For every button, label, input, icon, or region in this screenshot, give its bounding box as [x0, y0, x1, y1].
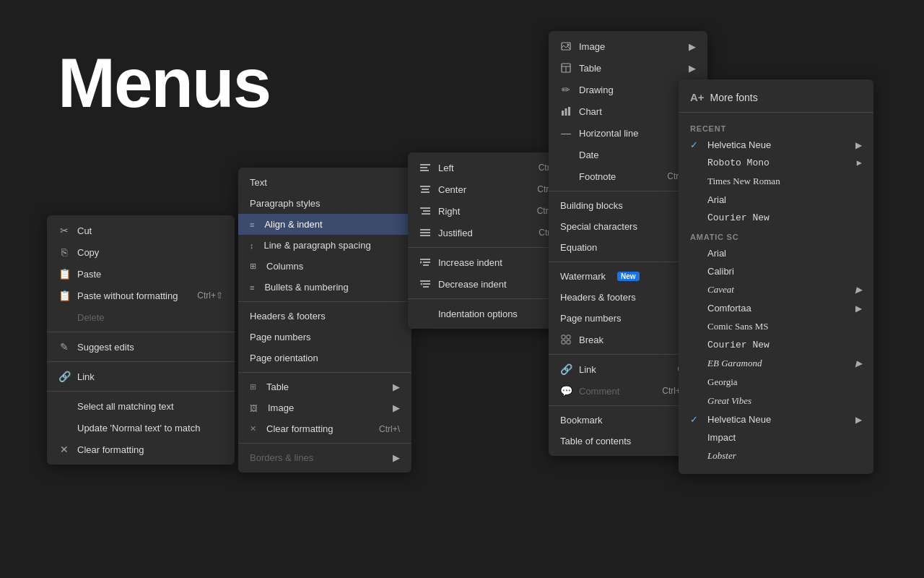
svg-rect-5 — [421, 191, 430, 193]
menu-item-image[interactable]: 🖼 Image ▶ — [238, 397, 411, 418]
menu-item-cut[interactable]: ✂ Cut — [47, 220, 235, 241]
menu-item-clear-formatting[interactable]: ✕ Clear formatting — [47, 439, 235, 460]
font-item-helvetica-neue2[interactable]: ✓ Helvetica Neue ▶ — [679, 410, 873, 428]
svg-rect-0 — [420, 164, 430, 165]
menu-item-table-insert[interactable]: Table ▶ — [549, 57, 707, 79]
font-item-calibri[interactable]: Calibri — [679, 262, 873, 280]
menu-item-paragraph-styles[interactable]: Paragraph styles — [238, 193, 411, 214]
svg-rect-14 — [423, 264, 429, 266]
menu-item-clear-formatting2[interactable]: ✕ Clear formatting Ctrl+\ — [238, 418, 411, 439]
svg-rect-31 — [567, 340, 570, 344]
align-right-icon — [419, 205, 431, 217]
font-item-georgia[interactable]: Georgia — [679, 373, 873, 392]
svg-rect-1 — [420, 167, 427, 168]
font-item-impact[interactable]: Impact — [679, 428, 873, 447]
menu-item-page-orientation[interactable]: Page orientation — [238, 348, 411, 368]
amatic-section-label: AMATIC SC — [679, 227, 873, 244]
table-insert-icon — [560, 62, 572, 74]
decrease-indent-icon — [419, 278, 431, 290]
scissors-icon: ✂ — [58, 225, 70, 236]
menu-item-link[interactable]: 🔗 Link — [47, 366, 235, 387]
svg-rect-4 — [422, 189, 429, 190]
arrow-icon: ▶ — [855, 358, 862, 369]
footnote-icon — [560, 171, 572, 182]
submenu-arrow: ▶ — [689, 63, 696, 74]
page-title: Menus — [58, 43, 270, 123]
menu-item-paste[interactable]: 📋 Paste — [47, 263, 235, 285]
new-badge: New — [617, 272, 640, 281]
separator — [238, 301, 411, 302]
svg-rect-17 — [423, 283, 430, 285]
separator — [47, 361, 235, 362]
menu-item-image-insert[interactable]: Image ▶ — [549, 35, 707, 57]
font-item-helvetica-neue[interactable]: ✓ Helvetica Neue ▶ — [679, 136, 873, 154]
align-icon: ≡ — [250, 220, 254, 229]
indent-options-icon — [419, 308, 431, 319]
font-add-icon: A+ — [690, 91, 705, 103]
menu-item-line-spacing[interactable]: ↕ Line & paragraph spacing — [238, 235, 411, 256]
menu-item-borders-lines[interactable]: Borders & lines ▶ — [238, 447, 411, 468]
font-item-times-new-roman[interactable]: Times New Roman — [679, 172, 873, 191]
svg-rect-26 — [565, 108, 567, 116]
menu-item-copy[interactable]: ⎘ Copy — [47, 241, 235, 263]
arrow-icon: ▶ — [855, 303, 862, 314]
menu-item-page-numbers[interactable]: Page numbers — [238, 327, 411, 348]
clear2-icon: ✕ — [250, 424, 256, 434]
menu-item-update-normal[interactable]: Update 'Normal text' to match — [47, 417, 235, 439]
image-insert-icon — [560, 40, 572, 52]
font-item-arial2[interactable]: Arial — [679, 244, 873, 262]
select-icon — [58, 400, 70, 412]
arrow-icon: ▶ — [855, 140, 862, 150]
svg-rect-27 — [568, 107, 570, 116]
svg-rect-6 — [420, 207, 430, 209]
menu-item-align-indent[interactable]: ≡ Align & indent — [238, 214, 411, 235]
paste-no-format-icon: 📋 — [58, 290, 70, 301]
font-item-comic-sans[interactable]: Comic Sans MS — [679, 317, 873, 336]
arrow-icon: ▶ — [857, 158, 862, 168]
bullets-icon: ≡ — [250, 283, 254, 292]
menu-item-paste-no-format[interactable]: 📋 Paste without formatting Ctrl+⇧ — [47, 285, 235, 306]
font-item-great-vibes[interactable]: Great Vibes — [679, 392, 873, 410]
format-menu: Text Paragraph styles ≡ Align & indent ↕… — [238, 168, 411, 473]
svg-rect-7 — [423, 210, 430, 212]
separator — [47, 332, 235, 332]
link-icon: 🔗 — [58, 371, 70, 382]
svg-marker-15 — [420, 261, 422, 264]
font-item-courier-new[interactable]: Courier New — [679, 209, 873, 227]
submenu-arrow: ▶ — [689, 41, 696, 52]
menu-item-table[interactable]: ⊞ Table ▶ — [238, 376, 411, 397]
font-item-roboto-mono[interactable]: Roboto Mono ▶ — [679, 154, 873, 172]
font-item-arial[interactable]: Arial — [679, 191, 873, 209]
svg-point-21 — [567, 44, 570, 46]
font-item-courier-new2[interactable]: Courier New — [679, 336, 873, 354]
update-icon — [58, 422, 70, 434]
svg-rect-30 — [562, 340, 565, 344]
submenu-arrow: ▶ — [393, 452, 400, 463]
menu-item-suggest-edits[interactable]: ✎ Suggest edits — [47, 336, 235, 358]
svg-rect-29 — [567, 335, 570, 339]
font-item-caveat[interactable]: Caveat ▶ — [679, 280, 873, 299]
checkmark: ✓ — [690, 139, 702, 150]
date-icon — [560, 149, 572, 160]
comment-icon: 💬 — [560, 385, 572, 397]
menu-item-select-all[interactable]: Select all matching text — [47, 395, 235, 417]
menu-item-headers-footers[interactable]: Headers & footers — [238, 306, 411, 327]
svg-rect-13 — [423, 262, 430, 263]
font-item-lobster[interactable]: Lobster — [679, 447, 873, 465]
font-item-comfortaa[interactable]: Comfortaa ▶ — [679, 299, 873, 317]
menu-item-columns[interactable]: ⊞ Columns — [238, 256, 411, 277]
submenu-arrow: ▶ — [393, 381, 400, 392]
svg-rect-3 — [420, 186, 430, 187]
font-item-eb-garamond[interactable]: EB Garamond ▶ — [679, 354, 873, 373]
svg-rect-2 — [420, 170, 429, 171]
menu-item-bullets[interactable]: ≡ Bullets & numbering — [238, 277, 411, 298]
table-icon: ⊞ — [250, 382, 256, 392]
columns-icon: ⊞ — [250, 262, 256, 271]
arrow-icon: ▶ — [855, 285, 862, 296]
menu-item-text[interactable]: Text — [238, 172, 411, 193]
separator — [238, 372, 411, 373]
separator — [238, 443, 411, 444]
increase-indent-icon — [419, 256, 431, 268]
svg-rect-9 — [420, 229, 430, 230]
svg-rect-10 — [420, 232, 430, 233]
